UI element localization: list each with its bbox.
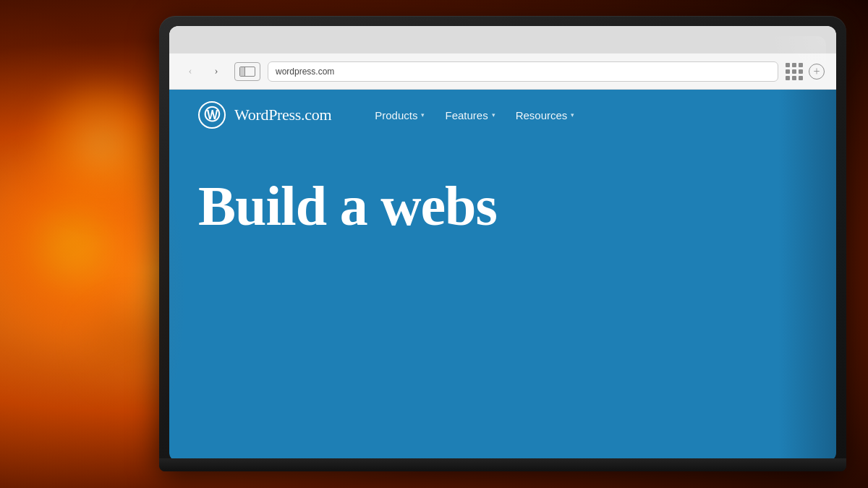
products-caret-icon: ▾ <box>421 111 425 119</box>
bokeh-orb-2 <box>29 72 174 217</box>
website-content: Ⓦ WordPress.com Products ▾ Features ▾ <box>169 90 836 461</box>
nav-resources-label: Resources <box>516 109 568 121</box>
laptop-bottom-edge <box>159 458 846 471</box>
address-bar[interactable]: wordpress.com <box>268 61 778 82</box>
wp-logo-char: Ⓦ <box>204 104 220 126</box>
browser-chrome: ‹ › wordpress.com <box>169 26 836 90</box>
hero-section: Build a webs <box>169 140 836 257</box>
toolbar-right-controls: + <box>786 63 825 80</box>
nav-resources[interactable]: Resources ▾ <box>516 109 575 121</box>
sidebar-icon-right <box>245 67 255 76</box>
wordpress-logo[interactable]: Ⓦ WordPress.com <box>198 101 331 129</box>
tab-overview-button[interactable] <box>786 63 803 80</box>
wp-logo-icon: Ⓦ <box>198 101 226 129</box>
sidebar-icon <box>239 67 255 77</box>
back-button[interactable]: ‹ <box>181 62 200 81</box>
sidebar-toggle-button[interactable] <box>234 62 260 81</box>
nav-features-label: Features <box>445 109 488 121</box>
nav-products[interactable]: Products ▾ <box>375 109 425 121</box>
nav-links: Products ▾ Features ▾ Resources ▾ <box>375 109 574 121</box>
sidebar-icon-left <box>240 67 245 76</box>
tab-bar <box>169 26 836 53</box>
wordpress-navbar: Ⓦ WordPress.com Products ▾ Features ▾ <box>169 90 836 140</box>
browser-toolbar: ‹ › wordpress.com <box>169 53 836 90</box>
screen-bezel: ‹ › wordpress.com <box>169 26 836 461</box>
features-caret-icon: ▾ <box>492 111 495 119</box>
hero-title: Build a webs <box>198 176 807 236</box>
new-tab-button[interactable]: + <box>809 64 825 80</box>
resources-caret-icon: ▾ <box>571 111 574 119</box>
forward-button[interactable]: › <box>207 62 226 81</box>
nav-products-label: Products <box>375 109 417 121</box>
address-text: wordpress.com <box>276 67 334 77</box>
laptop-device: ‹ › wordpress.com <box>159 16 846 471</box>
nav-features[interactable]: Features ▾ <box>445 109 495 121</box>
brand-name: WordPress.com <box>234 106 331 124</box>
